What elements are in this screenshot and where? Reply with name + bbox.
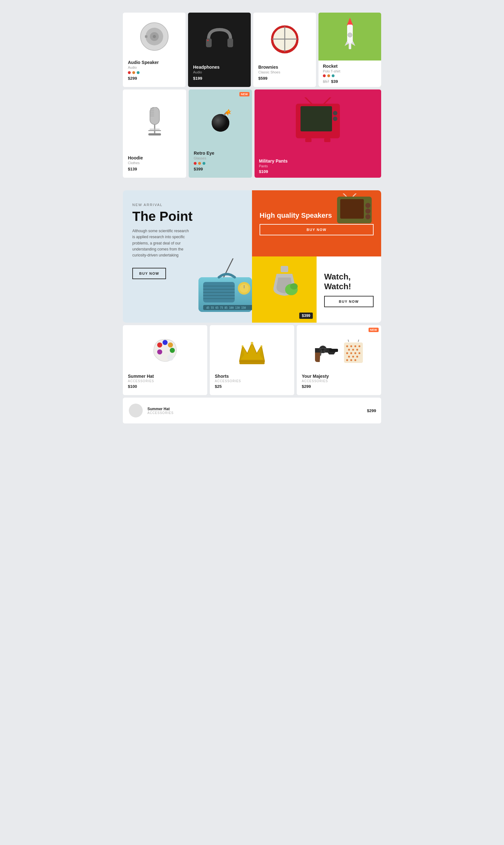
new-badge-retro-eye: NEW	[239, 92, 250, 96]
svg-point-102	[346, 359, 348, 361]
svg-rect-26	[150, 128, 160, 130]
color-dots-rocket	[323, 74, 377, 77]
product-info-shorts: Shorts ACCESSORIES $25	[215, 373, 289, 390]
bottom-strip-content: Summer Hat ACCESSORIES	[128, 403, 174, 418]
svg-rect-39	[305, 138, 311, 142]
product-category-military-pants: Pants	[259, 164, 377, 168]
main-container: Audio Speaker Audio $299	[123, 13, 381, 424]
svg-rect-4	[145, 35, 147, 38]
product-category-headphones: Audio	[193, 70, 246, 74]
tv-icon	[286, 97, 349, 148]
buy-now-button-3[interactable]: BUY NOW	[324, 296, 374, 307]
product-info-retro-eye: Retro Eye Glasses $399	[194, 149, 247, 173]
bottom-strip-info: Summer Hat ACCESSORIES	[147, 407, 174, 415]
product-row-1: Audio Speaker Audio $299	[123, 13, 381, 87]
product-info-summer-hat: Summer Hat ACCESSORIES $100	[128, 373, 202, 390]
color-dots-audio-speaker	[128, 71, 180, 74]
product-category-hoodie: Clothes	[128, 161, 181, 165]
product-image-military-pants	[254, 89, 381, 155]
color-dot-teal	[137, 71, 140, 74]
color-dot-red	[128, 71, 131, 74]
svg-point-90	[354, 345, 356, 347]
speaker-icon	[139, 21, 170, 52]
svg-rect-21	[150, 111, 154, 113]
gun-icon	[313, 336, 339, 368]
banner-title: The Point	[132, 209, 242, 224]
product-card-summer-hat[interactable]: Summer Hat ACCESSORIES $100	[123, 325, 207, 395]
product-image-retro-eye	[194, 94, 247, 146]
product-image-brownies	[258, 18, 311, 60]
product-price-headphones: $199	[193, 76, 246, 80]
svg-point-103	[350, 359, 352, 361]
svg-point-61	[365, 214, 371, 219]
svg-rect-27	[148, 130, 161, 131]
product-card-retro-eye[interactable]: NEW Retro	[189, 89, 252, 178]
svg-rect-72	[239, 360, 265, 364]
svg-rect-86	[329, 349, 338, 352]
bottom-strip-icon	[128, 403, 144, 418]
product-card-audio-speaker[interactable]: Audio Speaker Audio $299	[123, 13, 185, 87]
rocket-icon	[342, 18, 358, 55]
flask-icon	[269, 264, 300, 299]
color-dots-retro-eye	[194, 162, 247, 165]
product-row-bottom: Summer Hat ACCESSORIES $100	[123, 325, 381, 395]
product-category-retro-eye: Glasses	[194, 156, 247, 160]
price-row-rocket: $57 $39	[323, 79, 377, 84]
buy-now-button-1[interactable]: BUY NOW	[132, 268, 166, 279]
svg-point-64	[290, 283, 298, 290]
banner-radio-image: 45 55 65 75 85 100 130 150	[192, 258, 262, 323]
product-card-hoodie[interactable]: Hoodie Clothes $139	[123, 89, 186, 178]
svg-point-36	[333, 116, 337, 121]
headphones-icon	[205, 26, 234, 52]
svg-line-56	[353, 194, 359, 197]
svg-text:45 55 65 75 85 100 130 150: 45 55 65 75 85 100 130 150	[206, 307, 246, 309]
product-name-headphones: Headphones	[193, 65, 246, 70]
color-dot-orange	[132, 71, 135, 74]
yellow-price-tag: $399	[299, 312, 313, 319]
product-price-military-pants: $109	[259, 169, 377, 174]
color-dot-teal-2	[332, 74, 335, 77]
svg-point-92	[348, 349, 350, 350]
product-card-shorts[interactable]: Shorts ACCESSORIES $25	[210, 325, 294, 395]
svg-point-14	[348, 33, 352, 37]
product-image-shorts	[215, 331, 289, 373]
svg-point-35	[333, 111, 337, 115]
svg-marker-12	[347, 18, 353, 25]
svg-line-38	[324, 97, 332, 104]
banner-right-bottom: $399 Watch, Watch! BUY NOW	[252, 256, 381, 323]
new-badge-your-majesty: NEW	[368, 328, 379, 332]
svg-point-69	[170, 348, 175, 353]
product-price-brownies: $599	[258, 76, 311, 80]
product-name-shorts: Shorts	[215, 374, 289, 379]
svg-rect-34	[301, 106, 332, 131]
product-name-brownies: Brownies	[258, 65, 311, 70]
svg-point-88	[346, 345, 348, 347]
banner-watch-section: Watch, Watch! BUY NOW	[317, 256, 381, 323]
product-info-your-majesty: Your Majesty ACCESSORIES $299	[302, 373, 376, 390]
svg-point-100	[352, 356, 354, 358]
product-name-military-pants: Military Pants	[259, 159, 377, 163]
svg-line-55	[340, 194, 346, 197]
product-card-brownies[interactable]: Brownies Classic Shoes $599	[253, 13, 316, 87]
svg-rect-22	[150, 113, 154, 115]
product-category-audio-speaker: Audio	[128, 66, 180, 69]
product-card-rocket[interactable]: Rocket Polo T-shirt $57 $39	[319, 13, 381, 87]
banner-right: High quality Speakers BUY NOW	[252, 190, 381, 323]
microphone-icon	[142, 107, 167, 139]
product-card-your-majesty[interactable]: NEW	[297, 325, 381, 395]
product-name-retro-eye: Retro Eye	[194, 150, 247, 156]
svg-point-66	[157, 342, 162, 347]
svg-point-94	[356, 349, 358, 350]
product-price-audio-speaker: $299	[128, 76, 180, 80]
svg-point-59	[365, 203, 371, 208]
product-card-military-pants[interactable]: Military Pants Pants $109	[254, 89, 381, 178]
product-image-summer-hat	[128, 331, 202, 373]
bottom-strip-price: $299	[367, 408, 376, 413]
product-image-audio-speaker	[128, 18, 180, 55]
product-price-your-majesty: $299	[302, 384, 376, 389]
svg-line-106	[358, 340, 359, 342]
product-card-headphones[interactable]: Headphones Audio $199	[188, 13, 251, 87]
product-price-retro-eye: $399	[194, 167, 247, 172]
svg-rect-17	[349, 43, 351, 49]
product-price-shorts: $25	[215, 384, 289, 389]
